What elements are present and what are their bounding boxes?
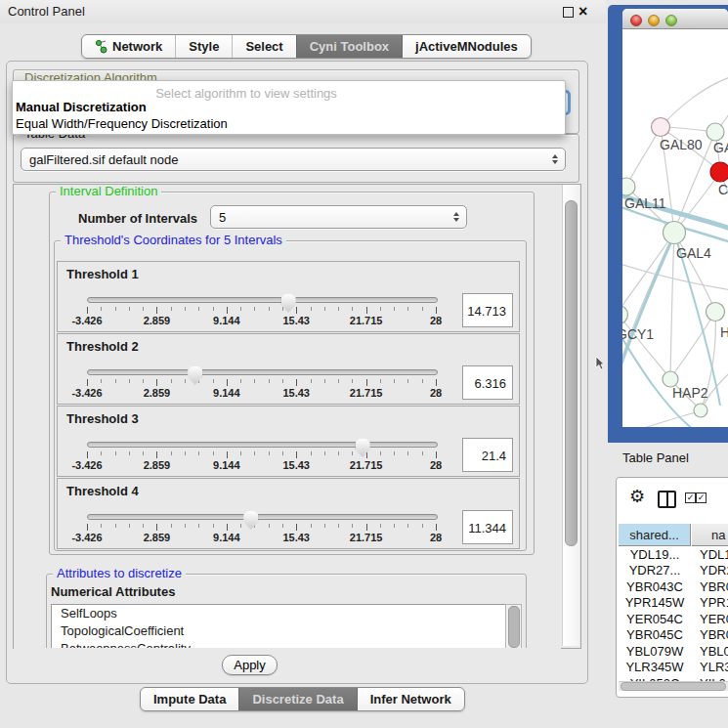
slider-tick xyxy=(198,524,199,528)
threshold-panel: Threshold 1-3.4262.8599.14415.4321.71528… xyxy=(57,261,520,332)
network-node-h[interactable] xyxy=(707,303,725,321)
slider-thumb[interactable] xyxy=(356,439,370,457)
table-row[interactable]: YDL19...YDL1 xyxy=(619,546,728,563)
horizontal-scrollbar-thumb[interactable] xyxy=(621,682,726,691)
slider-tick xyxy=(101,451,102,455)
column-header-shared[interactable]: shared... xyxy=(619,524,691,546)
numerical-attributes-list[interactable]: SelfLoopsTopologicalCoefficientBetweenne… xyxy=(51,604,507,650)
slider-tick xyxy=(296,451,297,458)
slider-thumb[interactable] xyxy=(243,511,258,530)
slider-tick-label: 21.715 xyxy=(350,315,383,326)
network-window[interactable]: GAL80GACGAL11GAL4GCY1HHAP2 xyxy=(622,9,728,427)
slider-tick xyxy=(366,307,367,314)
threshold-value-field[interactable]: 14.713 xyxy=(462,293,513,327)
network-node-gal80[interactable] xyxy=(652,118,670,137)
slider-tick xyxy=(240,524,241,528)
tab-cyni-toolbox[interactable]: Cyni Toolbox xyxy=(296,35,402,58)
network-node-gcy1[interactable] xyxy=(622,306,628,324)
network-node-gal4[interactable] xyxy=(664,222,686,244)
threshold-value-field[interactable]: 6.316 xyxy=(462,365,513,400)
column-header-name[interactable]: na xyxy=(692,524,728,546)
columns-icon[interactable] xyxy=(658,491,676,508)
slider-tick xyxy=(422,379,423,383)
slider-tick xyxy=(436,307,437,314)
cell-name: YDR2 xyxy=(691,563,728,578)
slider-track[interactable] xyxy=(87,514,438,520)
slider-tick xyxy=(394,307,395,311)
network-node-gal11[interactable] xyxy=(622,178,635,195)
slider-tick-label: 2.859 xyxy=(144,459,171,471)
attribute-list-item[interactable]: TopologicalCoefficient xyxy=(52,622,506,640)
slider-tick xyxy=(115,379,116,383)
cell-name: YPR1 xyxy=(691,595,728,610)
float-window-icon[interactable] xyxy=(563,7,574,18)
threshold-value-field[interactable]: 21.4 xyxy=(462,438,513,472)
num-intervals-combobox[interactable]: 5 xyxy=(210,205,467,229)
slider-tick xyxy=(352,379,353,383)
slider-tick xyxy=(143,524,144,528)
attribute-list-item[interactable]: SelfLoops xyxy=(52,605,506,622)
slider-tick xyxy=(269,451,270,455)
cell-name: YLR3 xyxy=(691,660,728,674)
mac-close-button[interactable] xyxy=(630,15,642,26)
table-row[interactable]: YER054CYER0 xyxy=(619,611,728,627)
threshold-value-field[interactable]: 11.344 xyxy=(462,510,513,544)
slider-tick xyxy=(352,307,353,311)
apply-button[interactable]: Apply xyxy=(222,655,278,675)
slider-track[interactable] xyxy=(87,297,438,303)
slider-track[interactable] xyxy=(87,369,438,375)
slider-tick xyxy=(422,307,423,311)
slider-tick xyxy=(296,524,297,531)
vertical-scrollbar-thumb[interactable] xyxy=(565,200,578,546)
slider-tick-label: 21.715 xyxy=(350,459,383,471)
tab-impute-data[interactable]: Impute Data xyxy=(141,688,238,710)
tab-discretize-data[interactable]: Discretize Data xyxy=(238,688,356,710)
table-row[interactable]: YBR045CYBR0 xyxy=(619,627,728,644)
slider-tick xyxy=(422,451,423,455)
table-rows[interactable]: YDL19...YDL1YDR27...YDR2YBR043CYBR0YPR14… xyxy=(619,546,728,681)
tab-label: Network xyxy=(112,39,162,54)
slider-track[interactable] xyxy=(87,442,438,448)
slider-tick xyxy=(115,524,116,528)
network-canvas[interactable]: GAL80GACGAL11GAL4GCY1HHAP2 xyxy=(622,28,728,427)
slider-tick xyxy=(115,451,116,455)
list-scrollbar-thumb[interactable] xyxy=(508,606,520,648)
slider-tick xyxy=(129,524,130,528)
close-icon[interactable]: × xyxy=(578,2,587,21)
table-row[interactable]: YBR043CYBR0 xyxy=(619,578,728,595)
slider-tick xyxy=(394,524,395,528)
table-row[interactable]: YBL079WYBL0 xyxy=(619,643,728,660)
mac-minimize-button[interactable] xyxy=(648,15,660,26)
tab-jactivemnodules[interactable]: jActiveMNodules xyxy=(402,35,531,58)
slider-tick xyxy=(394,451,395,455)
tab-style[interactable]: Style xyxy=(175,35,232,58)
tab-network[interactable]: Network xyxy=(82,35,175,58)
slider-tick xyxy=(156,379,157,386)
slider-tick xyxy=(311,307,312,311)
slider-tick xyxy=(129,451,130,455)
tab-select[interactable]: Select xyxy=(232,35,295,58)
table-data-combobox[interactable]: galFiltered.sif default node xyxy=(21,148,566,171)
algorithm-option-equal-width[interactable]: Equal Width/Frequency Discretization xyxy=(16,116,228,131)
table-row[interactable]: YDR27...YDR2 xyxy=(619,563,728,579)
checkbox-icon[interactable]: ✓ xyxy=(696,492,707,503)
table-row[interactable]: YLR345WYLR3 xyxy=(619,660,728,676)
slider-tick xyxy=(240,307,241,311)
network-node-c[interactable] xyxy=(710,162,728,182)
slider-tick-label: 15.43 xyxy=(282,315,310,326)
tab-label: Select xyxy=(245,39,282,54)
mac-zoom-button[interactable] xyxy=(665,15,677,26)
network-node-ga[interactable] xyxy=(707,123,724,141)
checkbox-icon[interactable]: ✓ xyxy=(685,492,696,503)
table-row[interactable]: YPR145WYPR1 xyxy=(619,595,728,612)
slider-thumb[interactable] xyxy=(188,366,202,385)
slider-tick xyxy=(269,307,270,311)
slider-tick xyxy=(311,379,312,383)
slider-tick-label: 9.144 xyxy=(213,387,240,399)
network-node-label: H xyxy=(720,324,728,340)
cell-shared-name: YBR045C xyxy=(619,627,691,642)
network-node[interactable] xyxy=(694,404,707,417)
tab-infer-network[interactable]: Infer Network xyxy=(357,688,464,710)
algorithm-option-manual[interactable]: Manual Discretization xyxy=(16,100,147,114)
gear-icon[interactable]: ⚙ xyxy=(629,487,645,506)
